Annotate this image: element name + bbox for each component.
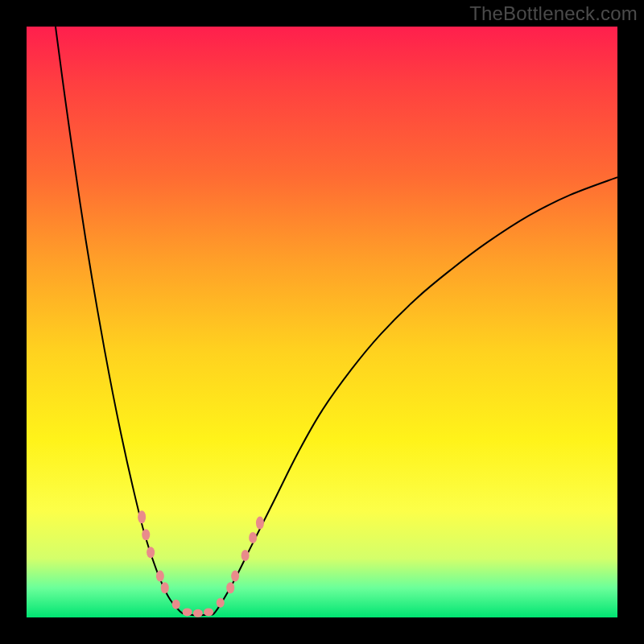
marker-dot — [226, 582, 234, 593]
marker-dot — [193, 609, 203, 617]
curve-group — [56, 27, 617, 615]
marker-dot — [183, 608, 192, 616]
marker-dot — [138, 510, 146, 523]
marker-dot — [249, 532, 257, 543]
plot-area — [27, 27, 617, 617]
marker-dot — [242, 550, 250, 561]
marker-dot — [217, 598, 225, 608]
bottleneck-curve — [56, 27, 617, 615]
marker-dots — [138, 510, 264, 617]
marker-dot — [256, 517, 264, 530]
watermark-text: TheBottleneck.com — [469, 2, 638, 25]
marker-dot — [156, 571, 164, 582]
marker-dot — [161, 582, 169, 593]
marker-dot — [231, 571, 239, 582]
marker-dot — [204, 608, 213, 616]
chart-frame: TheBottleneck.com — [0, 0, 644, 644]
marker-dot — [142, 529, 150, 540]
chart-svg — [27, 27, 617, 617]
marker-dot — [172, 600, 180, 609]
marker-dot — [147, 547, 155, 558]
